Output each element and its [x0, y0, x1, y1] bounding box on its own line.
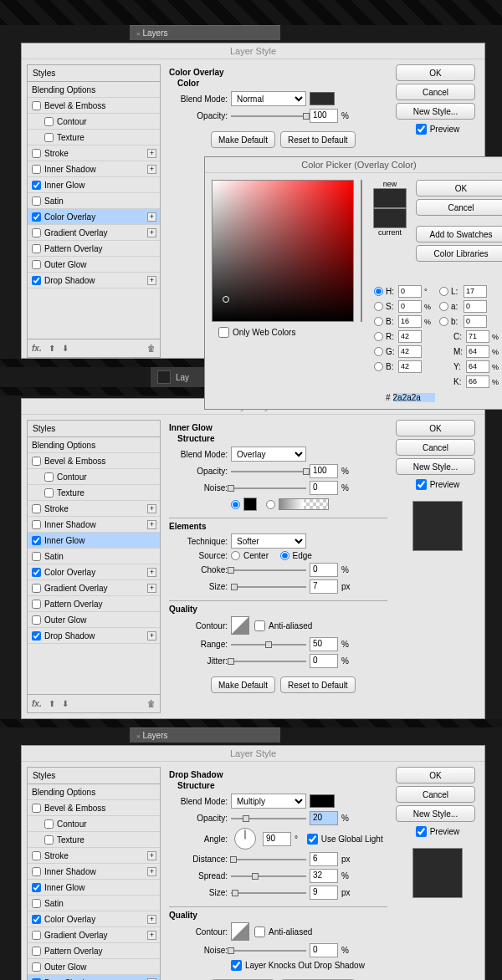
style-color-overlay[interactable]: Color Overlay+: [28, 209, 160, 225]
trash-icon[interactable]: 🗑: [147, 344, 156, 353]
distance-slider[interactable]: [231, 854, 306, 865]
bv-input[interactable]: 16: [398, 315, 422, 328]
style-outer-glow[interactable]: Outer Glow: [28, 612, 160, 628]
only-web-colors-checkbox[interactable]: [218, 327, 229, 338]
new-style-button[interactable]: New Style...: [396, 103, 475, 120]
preview-checkbox[interactable]: [416, 124, 427, 135]
style-pattern-overlay[interactable]: Pattern Overlay: [28, 241, 160, 257]
style-gradient-overlay[interactable]: Gradient Overlay+: [28, 225, 160, 241]
close-icon[interactable]: ×: [136, 30, 141, 38]
plus-icon[interactable]: +: [147, 931, 156, 940]
b3-radio[interactable]: [439, 317, 448, 326]
close-icon[interactable]: ×: [136, 732, 141, 740]
source-center-radio[interactable]: [231, 551, 240, 560]
cancel-button[interactable]: Cancel: [396, 439, 475, 456]
style-bevel[interactable]: Bevel & Emboss: [28, 98, 160, 114]
up-arrow-icon[interactable]: ⬆: [49, 699, 55, 708]
hue-slider[interactable]: [361, 180, 362, 322]
ok-button[interactable]: OK: [396, 420, 475, 436]
opacity-input[interactable]: 20: [310, 811, 338, 825]
layers-panel-tab[interactable]: × Layers: [130, 25, 280, 40]
plus-icon[interactable]: +: [147, 631, 156, 641]
new-style-button[interactable]: New Style...: [396, 805, 475, 822]
h-radio[interactable]: [374, 287, 383, 296]
s-radio[interactable]: [374, 302, 383, 311]
a-input[interactable]: 0: [464, 300, 487, 313]
checkbox[interactable]: [44, 133, 54, 142]
style-pattern-overlay[interactable]: Pattern Overlay: [28, 596, 160, 612]
checkbox[interactable]: [32, 260, 41, 269]
color-marker[interactable]: [223, 296, 229, 303]
style-bevel[interactable]: Bevel & Emboss: [28, 453, 160, 469]
angle-dial[interactable]: [234, 828, 256, 850]
noise-slider[interactable]: [231, 482, 306, 494]
plus-icon[interactable]: +: [147, 867, 156, 876]
style-drop-shadow[interactable]: Drop Shadow+: [28, 628, 160, 644]
plus-icon[interactable]: +: [147, 520, 156, 529]
style-inner-shadow[interactable]: Inner Shadow+: [28, 864, 160, 880]
cancel-button[interactable]: Cancel: [396, 84, 475, 100]
checkbox[interactable]: [32, 228, 41, 237]
range-input[interactable]: 50: [310, 637, 338, 651]
down-arrow-icon[interactable]: ⬇: [62, 344, 69, 353]
style-inner-shadow[interactable]: Inner Shadow+: [28, 517, 160, 533]
new-style-button[interactable]: New Style...: [396, 458, 475, 475]
checkbox[interactable]: [44, 117, 54, 126]
jitter-input[interactable]: 0: [310, 654, 338, 668]
source-edge-radio[interactable]: [280, 551, 289, 560]
color-libraries-button[interactable]: Color Libraries: [416, 245, 502, 262]
style-contour[interactable]: Contour: [28, 816, 160, 832]
s-input[interactable]: 0: [398, 300, 422, 313]
fx-icon[interactable]: fx.: [32, 344, 42, 353]
style-inner-glow[interactable]: Inner Glow: [28, 880, 160, 896]
opacity-slider[interactable]: [231, 466, 306, 477]
style-stroke[interactable]: Stroke+: [28, 501, 160, 517]
styles-header[interactable]: Styles: [28, 421, 160, 437]
layers-panel-tab[interactable]: × Layers: [130, 727, 280, 743]
k-input[interactable]: 66: [466, 375, 489, 388]
plus-icon[interactable]: +: [147, 149, 156, 158]
knocks-out-checkbox[interactable]: [231, 960, 242, 971]
style-inner-shadow[interactable]: Inner Shadow+: [28, 161, 160, 177]
layer-thumbnail[interactable]: [157, 370, 171, 384]
opacity-slider[interactable]: [231, 813, 306, 824]
g-radio[interactable]: [374, 347, 383, 356]
checkbox[interactable]: [32, 212, 41, 222]
add-swatches-button[interactable]: Add to Swatches: [416, 226, 502, 242]
opacity-slider[interactable]: [231, 110, 306, 122]
gradient-swatch[interactable]: [279, 498, 329, 510]
a-radio[interactable]: [439, 302, 448, 311]
blend-mode-select[interactable]: Normal: [231, 91, 306, 106]
style-pattern-overlay[interactable]: Pattern Overlay: [28, 943, 160, 959]
up-arrow-icon[interactable]: ⬆: [49, 344, 55, 353]
checkbox[interactable]: [32, 181, 41, 190]
size-slider[interactable]: [231, 581, 306, 593]
m-input[interactable]: 64: [466, 345, 489, 358]
cancel-button[interactable]: Cancel: [396, 786, 475, 803]
size-input[interactable]: 9: [310, 886, 338, 900]
style-drop-shadow[interactable]: Drop Shadow+: [28, 273, 160, 288]
l-input[interactable]: 17: [464, 285, 487, 298]
style-texture[interactable]: Texture: [28, 832, 160, 848]
gradient-radio[interactable]: [266, 500, 275, 509]
preview-checkbox[interactable]: [416, 479, 427, 490]
style-stroke[interactable]: Stroke+: [28, 848, 160, 864]
plus-icon[interactable]: +: [147, 568, 156, 577]
plus-icon[interactable]: +: [147, 584, 156, 593]
style-color-overlay[interactable]: Color Overlay+: [28, 911, 160, 927]
checkbox[interactable]: [32, 101, 41, 110]
blend-mode-select[interactable]: Overlay: [231, 447, 306, 462]
size-input[interactable]: 7: [310, 579, 338, 594]
angle-input[interactable]: 90: [263, 832, 291, 846]
technique-select[interactable]: Softer: [231, 533, 306, 549]
style-gradient-overlay[interactable]: Gradient Overlay+: [28, 927, 160, 943]
checkbox[interactable]: [32, 197, 41, 206]
preview-checkbox[interactable]: [416, 826, 427, 837]
style-satin[interactable]: Satin: [28, 896, 160, 911]
global-light-checkbox[interactable]: [307, 834, 318, 845]
jitter-slider[interactable]: [231, 656, 306, 667]
style-satin[interactable]: Satin: [28, 549, 160, 564]
blending-options-row[interactable]: Blending Options: [28, 784, 160, 800]
opacity-input[interactable]: 100: [310, 109, 338, 123]
down-arrow-icon[interactable]: ⬇: [62, 699, 69, 708]
